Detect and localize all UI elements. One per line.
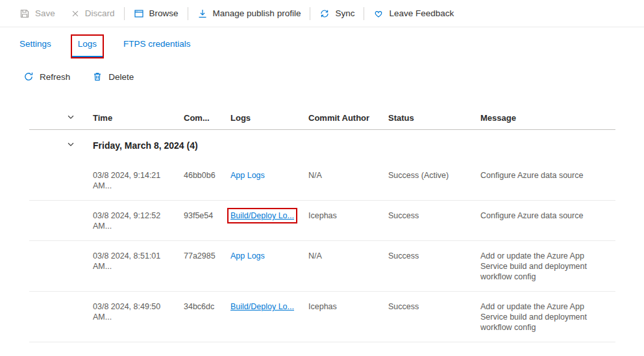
cell-commit-author: N/A [308,170,388,181]
cell-commit: 46bb0b6 [184,170,230,181]
save-icon [19,8,30,19]
cell-message: Configure Azure data source [480,210,615,221]
delete-label: Delete [108,72,134,82]
cell-commit: 34bc6dc [184,301,230,312]
table-header-row: Time Com... Logs Commit Author Status Me… [29,106,615,130]
manage-publish-profile-label: Manage publish profile [213,8,301,18]
refresh-label: Refresh [40,72,70,82]
cell-status: Success [388,251,480,261]
chevron-down-icon[interactable] [66,112,75,121]
log-actions-bar: Refresh Delete [0,71,644,83]
cell-time: 03/8 2024, 8:51:01 AM... [93,251,184,272]
group-label: Friday, March 8, 2024 (4) [93,140,615,151]
cell-status: Success (Active) [388,170,480,181]
browser-window-icon [134,8,144,19]
toolbar-divider [124,7,125,20]
cell-commit: 77a2985 [184,251,230,261]
column-header-status[interactable]: Status [388,113,480,123]
x-mark-icon [71,9,80,18]
cell-message: Configure Azure data source [480,170,615,181]
cell-message: Add or update the Azure App Service buil… [480,251,615,282]
trash-icon [92,71,103,82]
table-row: 03/8 2024, 8:49:50 AM... 34bc6dc Build/D… [29,292,615,342]
leave-feedback-button[interactable]: Leave Feedback [365,0,462,27]
discard-label: Discard [85,8,115,18]
discard-button[interactable]: Discard [63,0,123,27]
tab-settings[interactable]: Settings [18,36,53,57]
delete-button[interactable]: Delete [88,71,138,83]
browse-button[interactable]: Browse [126,0,186,27]
column-header-time[interactable]: Time [93,113,184,123]
deployment-logs-table: Time Com... Logs Commit Author Status Me… [29,106,615,342]
download-icon [197,8,208,19]
cell-commit-author: N/A [308,251,388,261]
toolbar-divider [188,7,188,20]
cell-status: Success [388,301,480,312]
cell-time: 03/8 2024, 9:12:52 AM... [93,210,184,231]
tab-bar: Settings Logs FTPS credentials [0,36,644,57]
column-header-commit[interactable]: Com... [184,113,230,123]
column-header-message[interactable]: Message [480,113,615,123]
cell-status: Success [388,210,480,221]
browse-label: Browse [149,8,179,18]
group-header-row: Friday, March 8, 2024 (4) [29,130,615,160]
tab-ftps-credentials[interactable]: FTPS credentials [122,36,192,57]
refresh-button[interactable]: Refresh [19,71,74,83]
cell-commit: 93f5e54 [184,210,230,221]
chevron-down-icon[interactable] [66,140,75,149]
table-row: 03/8 2024, 9:12:52 AM... 93f5e54 Build/D… [29,201,615,241]
cell-commit-author: Icephas [308,210,388,221]
save-label: Save [35,8,55,18]
command-bar: Save Discard Browse Manage publish profi… [0,0,644,27]
manage-publish-profile-button[interactable]: Manage publish profile [190,0,309,27]
save-button[interactable]: Save [12,0,63,27]
cell-commit-author: Icephas [308,301,388,312]
tab-logs[interactable]: Logs [72,36,103,57]
cell-message: Add or update the Azure App Service buil… [480,301,615,333]
cell-time: 03/8 2024, 8:49:50 AM... [93,301,184,322]
sync-label: Sync [335,8,354,18]
leave-feedback-label: Leave Feedback [389,8,454,18]
cell-time: 03/8 2024, 9:14:21 AM... [93,170,184,191]
table-row: 03/8 2024, 9:14:21 AM... 46bb0b6 App Log… [29,160,615,201]
refresh-icon [23,71,34,82]
toolbar-divider [364,7,364,20]
toolbar-divider [310,7,310,20]
app-logs-link[interactable]: App Logs [230,171,265,180]
build-deploy-logs-link[interactable]: Build/Deploy Lo... [230,302,294,311]
build-deploy-logs-link[interactable]: Build/Deploy Lo... [230,211,294,220]
column-header-logs[interactable]: Logs [230,113,308,123]
app-logs-link[interactable]: App Logs [230,251,265,261]
table-row: 03/8 2024, 8:51:01 AM... 77a2985 App Log… [29,241,615,292]
heart-icon [373,8,384,19]
column-header-commit-author[interactable]: Commit Author [308,113,388,123]
sync-button[interactable]: Sync [312,0,362,27]
sync-icon [319,8,330,19]
